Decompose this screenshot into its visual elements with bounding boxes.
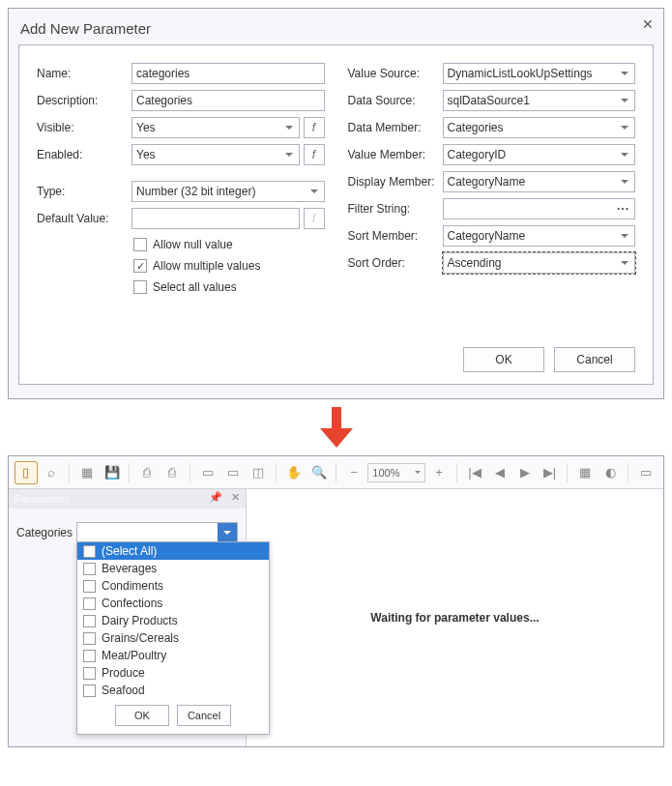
dd-cancel-button[interactable]: Cancel (177, 705, 231, 726)
zoom-in-icon[interactable]: + (427, 461, 451, 484)
label-value-member: Value Member: (348, 148, 443, 161)
ok-button[interactable]: OK (463, 347, 544, 372)
dialog-title: Add New Parameter (20, 20, 652, 37)
allow-null-checkbox[interactable] (133, 238, 147, 251)
dd-item[interactable]: Grains/Cereals (77, 629, 269, 647)
dd-item[interactable]: Seafood (77, 682, 269, 699)
prev-page-icon[interactable]: ◀ (488, 461, 511, 484)
toolbar: ▯ ⌕ ▦ 💾 ⎙ ⎙ ▭ ▭ ◫ ✋ 🔍 − 100% + |◀ ◀ ▶ ▶|… (9, 456, 663, 489)
checkbox-icon[interactable] (83, 597, 96, 610)
checkbox-icon[interactable] (83, 684, 96, 697)
allow-multi-label: Allow multiple values (153, 259, 260, 273)
name-input[interactable]: categories (131, 63, 325, 84)
dd-item[interactable]: Produce (77, 664, 269, 682)
panel-close-icon[interactable]: ✕ (231, 491, 240, 504)
label-visible: Visible: (37, 121, 131, 134)
checkbox-icon[interactable] (83, 632, 96, 645)
hand-tool-icon[interactable]: ✋ (282, 461, 306, 484)
checkbox-icon[interactable] (83, 580, 96, 593)
enabled-fx-button[interactable]: f (304, 144, 325, 165)
label-name: Name: (37, 67, 131, 80)
next-page-icon[interactable]: ▶ (513, 461, 537, 484)
zoom-out-icon[interactable]: − (342, 461, 365, 484)
checkbox-icon[interactable] (83, 650, 96, 662)
checkbox-icon[interactable] (83, 563, 96, 575)
allow-null-label: Allow null value (153, 238, 233, 251)
param-label: Categories (16, 526, 76, 539)
description-input[interactable]: Categories (131, 90, 325, 111)
arrow-down-icon (8, 407, 664, 448)
save-icon[interactable]: 💾 (101, 461, 124, 484)
left-column: Name:categories Description:Categories V… (37, 63, 325, 299)
first-page-icon[interactable]: |◀ (463, 461, 486, 484)
multipage-icon[interactable]: ▦ (573, 461, 597, 484)
value-member-dropdown[interactable]: CategoryID (443, 144, 636, 165)
dropdown-panel: (Select All)BeveragesCondimentsConfectio… (76, 541, 270, 735)
dd-item[interactable]: Beverages (77, 560, 269, 577)
data-member-dropdown[interactable]: Categories (443, 117, 636, 138)
label-default: Default Value: (37, 212, 131, 225)
page-setup-icon[interactable]: ▭ (196, 461, 219, 484)
sort-order-dropdown[interactable]: Ascending (443, 252, 636, 274)
visible-fx-button[interactable]: f (304, 117, 325, 138)
label-type: Type: (37, 185, 131, 198)
default-input[interactable] (131, 208, 300, 229)
quick-print-icon[interactable]: ⎙ (161, 461, 184, 484)
cancel-button[interactable]: Cancel (554, 347, 635, 372)
pin-icon[interactable]: 📌 (209, 491, 222, 504)
dialog-body: Name:categories Description:Categories V… (18, 44, 654, 385)
label-filter-string: Filter String: (348, 202, 443, 216)
checkbox-icon[interactable] (83, 615, 96, 627)
value-source-dropdown[interactable]: DynamicListLookUpSettings (443, 63, 636, 84)
dd-ok-button[interactable]: OK (115, 705, 169, 726)
filter-string-input[interactable]: ··· (443, 198, 636, 219)
parameters-panel: Parameters 📌 ✕ Categories (Select All)Be… (9, 489, 247, 746)
label-description: Description: (37, 94, 131, 107)
dd-item[interactable]: Meat/Poultry (77, 647, 269, 664)
chevron-down-icon[interactable] (218, 523, 237, 542)
parameters-icon[interactable]: ▯ (15, 461, 38, 484)
scale-icon[interactable]: ▭ (221, 461, 245, 484)
dd-item[interactable]: (Select All) (77, 542, 269, 560)
last-page-icon[interactable]: ▶| (538, 461, 561, 484)
label-data-member: Data Member: (348, 121, 443, 134)
find-icon[interactable]: ⌕ (40, 461, 63, 484)
label-sort-order: Sort Order: (348, 256, 443, 270)
right-column: Value Source:DynamicListLookUpSettings D… (348, 63, 636, 299)
categories-dropdown[interactable] (76, 522, 238, 543)
magnifier-icon[interactable]: 🔍 (307, 461, 331, 484)
select-all-checkbox[interactable] (133, 280, 147, 294)
print-icon[interactable]: ⎙ (135, 461, 159, 484)
allow-multi-checkbox[interactable] (133, 259, 147, 273)
ellipsis-icon[interactable]: ··· (617, 202, 629, 216)
label-enabled: Enabled: (37, 148, 131, 161)
waiting-text: Waiting for parameter values... (370, 611, 539, 625)
data-source-dropdown[interactable]: sqlDataSource1 (443, 90, 636, 111)
add-parameter-dialog: Add New Parameter ✕ Name:categories Desc… (8, 8, 664, 399)
dd-item[interactable]: Confections (77, 595, 269, 612)
checkbox-icon[interactable] (83, 667, 96, 680)
type-dropdown[interactable]: Number (32 bit integer) (131, 181, 325, 202)
panel-header: Parameters 📌 ✕ (9, 489, 246, 509)
display-member-dropdown[interactable]: CategoryName (443, 171, 636, 192)
checkbox-icon[interactable] (83, 545, 96, 558)
label-value-source: Value Source: (348, 67, 443, 80)
label-display-member: Display Member: (348, 175, 443, 189)
enabled-dropdown[interactable]: Yes (131, 144, 300, 165)
select-all-label: Select all values (153, 280, 237, 294)
export-icon[interactable]: ▭ (634, 461, 657, 484)
dd-item[interactable]: Condiments (77, 577, 269, 595)
thumbnails-icon[interactable]: ▦ (75, 461, 99, 484)
default-fx-button: f (304, 208, 325, 229)
dd-item[interactable]: Dairy Products (77, 612, 269, 629)
label-data-source: Data Source: (348, 94, 443, 107)
background-icon[interactable]: ◐ (599, 461, 622, 484)
zoom-dropdown[interactable]: 100% (367, 463, 425, 482)
sort-member-dropdown[interactable]: CategoryName (443, 225, 636, 247)
visible-dropdown[interactable]: Yes (131, 117, 300, 138)
close-icon[interactable]: ✕ (642, 16, 654, 32)
label-sort-member: Sort Member: (348, 229, 443, 243)
preview-area: Waiting for parameter values... (247, 489, 663, 746)
preview-window: ▯ ⌕ ▦ 💾 ⎙ ⎙ ▭ ▭ ◫ ✋ 🔍 − 100% + |◀ ◀ ▶ ▶|… (8, 455, 664, 747)
layout-icon[interactable]: ◫ (247, 461, 270, 484)
